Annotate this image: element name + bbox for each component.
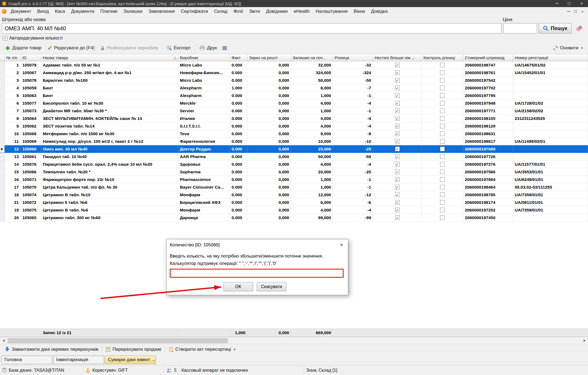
control-checkbox[interactable] [440,215,445,220]
print-button[interactable]: Друк [197,44,220,52]
control-checkbox[interactable] [440,124,445,128]
table-row[interactable]: 7105073Диабетон MR табл. 60мг №30 *Servi… [0,107,588,115]
ok-button[interactable]: OK [223,282,253,291]
table-row[interactable]: 21105072Цитрамон 5 табл. №6Борщаговский … [0,199,588,206]
control-checkbox[interactable] [440,101,445,105]
table-row[interactable]: 1105079Адамакс табл. п/о 50 мг №1Micro L… [0,61,588,69]
menu-item[interactable]: Склад [211,7,231,16]
column-header[interactable]: Факт [230,54,247,61]
quantity-input[interactable] [171,270,343,277]
control-checkbox[interactable] [440,162,445,167]
scroll-left-button[interactable] [0,337,7,344]
control-checkbox[interactable] [440,147,445,151]
table-row[interactable]: 17105070Цитра Кальцемин таб. п/о фл. № 3… [0,183,588,191]
column-header[interactable]: № п/п [5,54,21,61]
column-header[interactable]: Номер регістрації [513,54,588,61]
menu-item[interactable]: Документи [68,7,97,16]
control-checkbox[interactable] [440,93,445,98]
autoedit-checkbox[interactable] [3,36,7,41]
column-header[interactable]: ID [21,54,41,61]
table-row[interactable]: 5105063БинтAlexpharm0.0000,0001,000-1206… [0,92,588,99]
menu-item[interactable]: Філії [231,7,246,16]
menu-item[interactable]: Довідка [368,7,390,16]
control-checkbox[interactable] [440,185,445,189]
column-header[interactable]: Назва товару△ [41,54,178,61]
menu-item[interactable]: Вікна [351,7,368,16]
control-checkbox[interactable] [440,86,445,90]
mdi-close-icon[interactable]: × [581,10,584,14]
shortage-checkbox[interactable] [395,208,400,212]
menu-item[interactable]: Документ [8,7,34,16]
table-row[interactable]: 15105066Темпалгин табл. №20 *Sopharma0.0… [0,168,588,176]
refresh-button[interactable]: Оновити ▾ [550,44,585,52]
shortage-checkbox[interactable] [395,162,400,167]
shortage-checkbox[interactable] [395,147,400,151]
control-checkbox[interactable] [440,139,445,144]
column-header[interactable]: Стикерний штрихкод [463,54,513,61]
scroll-right-button[interactable] [581,337,588,344]
menu-item[interactable]: Платежі [97,7,120,16]
clear-search-button[interactable] [574,23,585,34]
menu-item[interactable]: Вихід [34,7,52,16]
table-row[interactable]: 8105064ЗЕСТ МУЛЬТИВИТАМИН. КОКТЕЙЛЬ саше… [0,115,588,122]
control-checkbox[interactable] [440,70,445,75]
shortage-checkbox[interactable] [395,116,400,121]
shortage-checkbox[interactable] [395,86,400,90]
shortage-checkbox[interactable] [395,200,400,205]
shortage-checkbox[interactable] [395,101,400,105]
shortage-checkbox[interactable] [395,185,400,189]
menu-item[interactable]: Замовлення [146,7,178,16]
control-checkbox[interactable] [440,177,445,182]
table-row[interactable]: 6105077Бисопролол табл. 10 мг №30Merckle… [0,99,588,107]
control-checkbox[interactable] [440,116,445,121]
shortage-checkbox[interactable] [395,70,400,75]
horizontal-scrollbar[interactable] [0,337,588,344]
barcode-search-input[interactable] [2,23,501,34]
shortage-checkbox[interactable] [395,93,400,98]
table-row[interactable]: 20105065Цитрамон табл. 300 мг №60Дарница… [0,214,588,222]
price-input[interactable] [503,23,537,34]
menu-item[interactable]: Звіти [246,7,263,16]
tab-0[interactable]: Головна [1,356,52,364]
table-row[interactable]: ▶12105060Омез амп. 40 мл №40Доктор Редди… [0,145,588,153]
scrollbar-thumb[interactable] [8,338,228,343]
shortage-checkbox[interactable] [395,177,400,182]
shortage-checkbox[interactable] [395,108,400,113]
table-row[interactable]: 13105061Панадол таб. 10 №40AAR Pharma0.0… [0,153,588,161]
table-row[interactable]: 10105068Метформин табл. п/о 1000 мг №30T… [0,130,588,138]
cancel-button[interactable]: Скасувати [257,282,286,291]
shortage-checkbox[interactable] [395,170,400,174]
column-header[interactable]: Контроль різниці [422,54,463,61]
load-recounts-button[interactable]: Завантажити дані окремих перерахунків [2,345,101,354]
table-row[interactable]: 9105062ЗЕСТ позитив табл. №14S.I.I.T.S.r… [0,122,588,130]
column-header[interactable]: Зараз на решті [247,54,291,61]
shortage-checkbox[interactable] [395,215,400,220]
mdi-minimize-icon[interactable] [567,11,570,12]
table-row[interactable]: 14105076Парацетамол беби сусп. орал. 2,4… [0,161,588,168]
search-button[interactable]: Пошук [539,23,571,34]
column-header[interactable]: Різниця [333,54,373,61]
table-row[interactable]: 4105059БинтAlexpharm1.0000,0008,000-7206… [0,84,588,92]
menu-item[interactable]: Довідники [263,7,291,16]
add-product-button[interactable]: Додати товар [3,44,44,52]
menu-item[interactable]: Залишки [120,7,146,16]
control-checkbox[interactable] [440,200,445,205]
control-checkbox[interactable] [440,170,445,174]
column-header[interactable]: Виробник [178,54,230,61]
control-checkbox[interactable] [440,208,445,212]
column-header[interactable]: Залишки на поч... [291,54,333,61]
menu-item[interactable]: eHealth [291,7,313,16]
shortage-checkbox[interactable] [395,78,400,83]
recalculate-sales-button[interactable]: Перерахувати продажі [103,345,164,354]
mdi-restore-icon[interactable] [574,10,577,13]
table-row[interactable]: 16105071Фармацитрон форте пор. 23г №10Ph… [0,176,588,183]
dialog-close-icon[interactable]: × [335,239,348,250]
shortage-checkbox[interactable] [395,124,400,128]
table-row[interactable]: 18105074Цитрамон В табл. №10Монфарм0.000… [0,191,588,199]
column-header[interactable]: Нестачі більше ніж ... [373,54,422,61]
control-checkbox[interactable] [440,78,445,83]
dialog-title-bar[interactable]: Количество [ID: 105060] × [166,239,348,250]
table-row[interactable]: 3105078Баралгин табл. №100Micro Labs0.00… [0,77,588,84]
create-resort-act-button[interactable]: Створити акт пересортиці ▾ [166,345,238,354]
tab-2[interactable]: Сумарні дані інвент ... [105,356,156,364]
